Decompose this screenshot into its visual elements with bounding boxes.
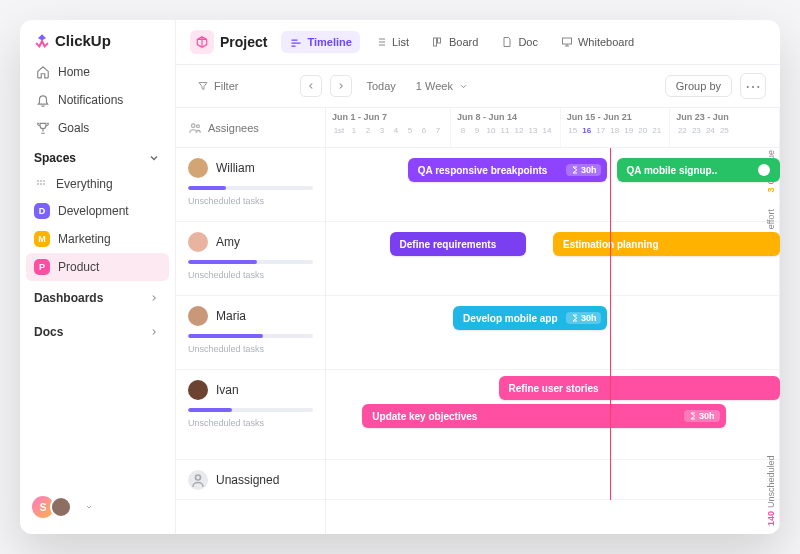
view-tab-label: List [392, 36, 409, 48]
view-tab-board[interactable]: Board [423, 31, 486, 53]
svg-point-11 [196, 475, 201, 480]
timeline-lane: Develop mobile app30h [326, 296, 780, 370]
assignee-name-wrap: Unassigned [188, 470, 313, 490]
svg-point-0 [37, 180, 39, 182]
timeline-lane [326, 460, 780, 500]
assignee-row[interactable]: MariaUnscheduled tasks [176, 296, 325, 370]
groupby-button[interactable]: Group by [665, 75, 732, 97]
assignee-name: Maria [216, 309, 246, 323]
nav-label: Notifications [58, 93, 123, 107]
nav-goals[interactable]: Goals [26, 115, 169, 141]
assignee-row[interactable]: Unassigned [176, 460, 325, 500]
view-tab-label: Timeline [307, 36, 351, 48]
assignee-name: Amy [216, 235, 240, 249]
view-tab-doc[interactable]: Doc [492, 31, 546, 53]
app-window: ClickUp Home Notifications Goals Spaces … [20, 20, 780, 534]
unscheduled-label[interactable]: Unscheduled tasks [188, 270, 313, 280]
nav-home[interactable]: Home [26, 59, 169, 85]
task-label: Refine user stories [509, 383, 599, 394]
day-numbers: 15161718192021 [567, 126, 664, 135]
svg-point-2 [43, 180, 45, 182]
assignee-name-wrap: William [188, 158, 313, 178]
avatar [188, 380, 208, 400]
section-label: Docs [34, 325, 63, 339]
task-bar[interactable]: Update key objectives30h [362, 404, 725, 428]
timeline-grid[interactable]: Jun 1 - Jun 71st1234567Jun 8 - Jun 14891… [326, 108, 780, 534]
primary-nav: Home Notifications Goals [20, 59, 175, 141]
assignee-row[interactable]: WilliamUnscheduled tasks [176, 148, 325, 222]
app-logo[interactable]: ClickUp [20, 32, 175, 59]
view-tab-list[interactable]: List [366, 31, 417, 53]
unscheduled-label[interactable]: Unscheduled tasks [188, 344, 313, 354]
week-label: Jun 15 - Jun 21 [567, 112, 664, 122]
task-label: Update key objectives [372, 411, 477, 422]
list-icon [374, 35, 388, 49]
task-bar[interactable]: QA mobile signup..i [617, 158, 780, 182]
space-badge: D [34, 203, 50, 219]
avatar [188, 158, 208, 178]
nav-label: Home [58, 65, 90, 79]
side-indicators: 3Overdue 2No effort 140Unscheduled [762, 142, 780, 534]
assignee-name: Unassigned [216, 473, 279, 487]
today-button[interactable]: Today [360, 77, 401, 95]
view-tab-label: Whiteboard [578, 36, 634, 48]
sidebar-item-development[interactable]: D Development [20, 197, 175, 225]
sidebar-item-marketing[interactable]: M Marketing [20, 225, 175, 253]
range-label: 1 Week [416, 80, 453, 92]
nav-label: Goals [58, 121, 89, 135]
more-button[interactable]: ⋯ [740, 73, 766, 99]
chevron-down-icon[interactable] [82, 500, 96, 514]
progress-bar [188, 334, 313, 338]
space-badge: P [34, 259, 50, 275]
user-avatar[interactable] [50, 496, 72, 518]
filter-button[interactable]: Filter [190, 76, 244, 96]
nav-docs[interactable]: Docs [20, 315, 175, 349]
task-label: Estimation planning [563, 239, 659, 250]
day-numbers: 22232425 [676, 126, 773, 135]
timeline-content: Assignees WilliamUnscheduled tasksAmyUns… [176, 108, 780, 534]
svg-rect-6 [434, 38, 437, 46]
unscheduled-label[interactable]: Unscheduled tasks [188, 196, 313, 206]
assignee-row[interactable]: IvanUnscheduled tasks [176, 370, 325, 460]
assignee-row[interactable]: AmyUnscheduled tasks [176, 222, 325, 296]
task-estimate: 30h [684, 410, 720, 422]
svg-point-1 [40, 180, 42, 182]
today-indicator [610, 148, 611, 500]
svg-point-4 [40, 183, 42, 185]
doc-icon [500, 35, 514, 49]
unscheduled-label[interactable]: Unscheduled tasks [188, 418, 313, 428]
week-label: Jun 8 - Jun 14 [457, 112, 554, 122]
prev-button[interactable] [300, 75, 322, 97]
svg-point-9 [192, 123, 196, 127]
week-col: Jun 15 - Jun 2115161718192021 [561, 108, 671, 147]
svg-rect-8 [562, 38, 571, 44]
view-tab-whiteboard[interactable]: Whiteboard [552, 31, 642, 53]
task-bar[interactable]: QA responsive breakpoints30h [408, 158, 608, 182]
task-bar[interactable]: Define requirements [390, 232, 526, 256]
sidebar: ClickUp Home Notifications Goals Spaces … [20, 20, 176, 534]
assignees-header-label: Assignees [208, 122, 259, 134]
assignees-header[interactable]: Assignees [176, 108, 325, 148]
next-button[interactable] [330, 75, 352, 97]
week-label: Jun 23 - Jun [676, 112, 773, 122]
task-bar[interactable]: Refine user stories [499, 376, 780, 400]
view-tab-timeline[interactable]: Timeline [281, 31, 359, 53]
nav-dashboards[interactable]: Dashboards [20, 281, 175, 315]
project-title: Project [220, 34, 267, 50]
sidebar-item-product[interactable]: P Product [26, 253, 169, 281]
toolbar: Filter Today 1 Week Group by ⋯ [176, 65, 780, 108]
sidebar-item-everything[interactable]: Everything [20, 171, 175, 197]
nav-notifications[interactable]: Notifications [26, 87, 169, 113]
spaces-header[interactable]: Spaces [20, 141, 175, 171]
chevron-right-icon [147, 325, 161, 339]
assignee-name: Ivan [216, 383, 239, 397]
week-col: Jun 8 - Jun 14891011121314 [451, 108, 561, 147]
range-select[interactable]: 1 Week [410, 76, 477, 96]
trophy-icon [36, 121, 50, 135]
main-area: Project Timeline List Board Doc Whiteboa… [176, 20, 780, 534]
task-bar[interactable]: Estimation planning [553, 232, 780, 256]
progress-bar [188, 408, 313, 412]
sidebar-item-label: Development [58, 204, 129, 218]
avatar [188, 306, 208, 326]
task-bar[interactable]: Develop mobile app30h [453, 306, 607, 330]
